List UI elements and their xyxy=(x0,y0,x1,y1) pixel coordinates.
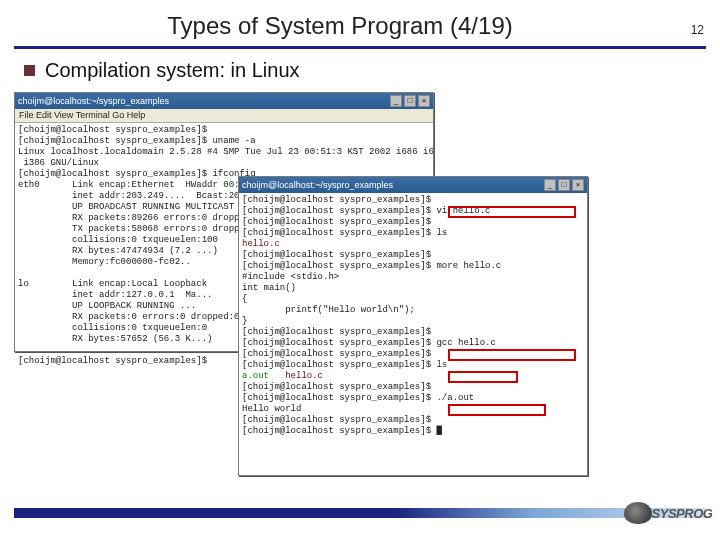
bullet-item: Compilation system: in Linux xyxy=(0,59,720,82)
terminal-line: [choijm@localhost syspro_examples]$ ls xyxy=(242,228,584,239)
maximize-button[interactable]: □ xyxy=(404,95,416,107)
bullet-square-icon xyxy=(24,65,35,76)
terminal-window-foreground: choijm@localhost:~/syspro_examples _ □ ×… xyxy=(238,176,588,476)
minimize-button[interactable]: _ xyxy=(390,95,402,107)
terminal-line: hello.c xyxy=(242,239,584,250)
menubar[interactable]: File Edit View Terminal Go Help xyxy=(15,109,433,123)
terminal-line: [choijm@localhost syspro_examples]$ xyxy=(242,217,584,228)
terminal-line: a.out hello.c xyxy=(242,371,584,382)
terminal-line: int main() xyxy=(242,283,584,294)
terminal-line: [choijm@localhost syspro_examples]$ xyxy=(242,415,584,426)
terminal-line: #include <stdio.h> xyxy=(242,272,584,283)
titlebar: choijm@localhost:~/syspro_examples _ □ × xyxy=(239,177,587,193)
terminal-line: printf("Hello world\n"); xyxy=(242,305,584,316)
slide-title: Types of System Program (4/19) xyxy=(0,12,680,40)
titlebar-text: choijm@localhost:~/syspro_examples xyxy=(18,96,388,107)
terminal-line: } xyxy=(242,316,584,327)
terminal-line: [choijm@localhost syspro_examples]$ xyxy=(242,250,584,261)
titlebar: choijm@localhost:~/syspro_examples _ □ × xyxy=(15,93,433,109)
terminal-line: [choijm@localhost syspro_examples]$ █ xyxy=(242,426,584,437)
terminal-line: [choijm@localhost syspro_examples]$ gcc … xyxy=(242,338,584,349)
terminal-line: [choijm@localhost syspro_examples]$ ls xyxy=(242,360,584,371)
terminal-line: [choijm@localhost syspro_examples]$ ./a.… xyxy=(242,393,584,404)
highlight-box xyxy=(448,371,518,383)
highlight-box xyxy=(448,349,576,361)
bullet-text: Compilation system: in Linux xyxy=(45,59,300,82)
terminal-line: [choijm@localhost syspro_examples]$ xyxy=(242,327,584,338)
sysprog-logo: SYSPROG xyxy=(624,496,710,530)
terminal-line: [choijm@localhost syspro_examples]$ more… xyxy=(242,261,584,272)
titlebar-text: choijm@localhost:~/syspro_examples xyxy=(242,180,542,191)
terminal-line: { xyxy=(242,294,584,305)
maximize-button[interactable]: □ xyxy=(558,179,570,191)
terminal-body: [choijm@localhost syspro_examples]$[choi… xyxy=(239,193,587,439)
terminal-line: [choijm@localhost syspro_examples]$ xyxy=(242,382,584,393)
terminal-line: [choijm@localhost syspro_examples]$ xyxy=(242,195,584,206)
highlight-box xyxy=(448,206,576,218)
highlight-box xyxy=(448,404,546,416)
minimize-button[interactable]: _ xyxy=(544,179,556,191)
close-button[interactable]: × xyxy=(418,95,430,107)
footer-divider xyxy=(14,508,706,518)
close-button[interactable]: × xyxy=(572,179,584,191)
logo-text: SYSPROG xyxy=(652,506,713,521)
page-number: 12 xyxy=(680,23,704,37)
title-divider xyxy=(14,46,706,49)
